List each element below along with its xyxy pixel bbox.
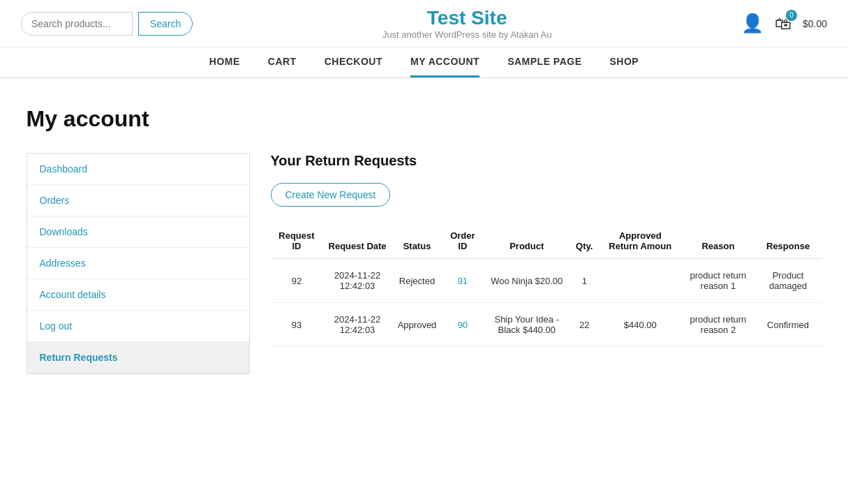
cell-approved-amount (598, 259, 682, 303)
sidebar: Dashboard Orders Downloads Addresses Acc… (27, 153, 250, 374)
cell-approved-amount: $440.00 (598, 303, 682, 347)
cell-response: Product damaged (754, 259, 822, 303)
sidebar-item-orders[interactable]: Orders (27, 185, 249, 216)
cell-order-id: 90 (442, 303, 483, 347)
site-subtitle: Just another WordPress site by Atakan Au (193, 29, 741, 40)
header-icons: 👤 🛍 0 $0.00 (741, 13, 827, 34)
nav-shop[interactable]: SHOP (610, 56, 639, 77)
cell-status: Rejected (392, 259, 442, 303)
create-new-request-button[interactable]: Create New Request (271, 183, 391, 207)
main-nav: HOME CART CHECKOUT MY ACCOUNT SAMPLE PAG… (0, 47, 848, 78)
page-content: My account Dashboard Orders Downloads Ad… (13, 78, 836, 402)
nav-my-account[interactable]: MY ACCOUNT (410, 56, 479, 77)
cell-reason: product return reason 1 (682, 259, 754, 303)
main-content: Your Return Requests Create New Request … (271, 153, 822, 347)
col-header-approved-amount: Approved Return Amoun (598, 223, 682, 259)
col-header-response: Response (754, 223, 822, 259)
account-layout: Dashboard Orders Downloads Addresses Acc… (27, 153, 822, 374)
cart-icon-wrap[interactable]: 🛍 0 (775, 14, 791, 34)
col-header-product: Product (483, 223, 570, 259)
col-header-qty: Qty. (570, 223, 598, 259)
section-title: Your Return Requests (271, 153, 822, 169)
search-button[interactable]: Search (138, 12, 193, 36)
sidebar-item-dashboard[interactable]: Dashboard (27, 154, 249, 185)
nav-home[interactable]: HOME (209, 56, 240, 77)
col-header-reason: Reason (682, 223, 754, 259)
cart-price: $0.00 (803, 18, 827, 29)
site-title: Test Site (193, 7, 741, 29)
cell-qty: 22 (570, 303, 598, 347)
nav-cart[interactable]: CART (268, 56, 297, 77)
sidebar-item-return-requests[interactable]: Return Requests (27, 342, 249, 373)
cell-response: Confirmed (754, 303, 822, 347)
col-header-request-date: Request Date (322, 223, 392, 259)
order-id-link[interactable]: 90 (458, 320, 468, 330)
table-row: 93 2024-11-22 12:42:03 Approved 90 Ship … (271, 303, 822, 347)
table-row: 92 2024-11-22 12:42:03 Rejected 91 Woo N… (271, 259, 822, 303)
cell-request-id: 93 (271, 303, 323, 347)
cell-request-id: 92 (271, 259, 323, 303)
col-header-status: Status (392, 223, 442, 259)
nav-sample-page[interactable]: SAMPLE PAGE (507, 56, 581, 77)
table-header-row: Request ID Request Date Status Order ID … (271, 223, 822, 259)
sidebar-item-account-details[interactable]: Account details (27, 279, 249, 311)
user-icon[interactable]: 👤 (741, 13, 764, 34)
cell-request-date: 2024-11-22 12:42:03 (322, 303, 392, 347)
header: Search Test Site Just another WordPress … (0, 0, 848, 47)
cell-reason: product return reason 2 (682, 303, 754, 347)
order-id-link[interactable]: 91 (458, 276, 468, 286)
page-title: My account (27, 106, 822, 132)
col-header-order-id: Order ID (442, 223, 483, 259)
cell-qty: 1 (570, 259, 598, 303)
nav-checkout[interactable]: CHECKOUT (325, 56, 382, 77)
cell-request-date: 2024-11-22 12:42:03 (322, 259, 392, 303)
site-title-section: Test Site Just another WordPress site by… (193, 7, 741, 40)
search-section: Search (21, 12, 193, 36)
col-header-request-id: Request ID (271, 223, 323, 259)
cell-product: Ship Your Idea - Black $440.00 (483, 303, 570, 347)
cell-order-id: 91 (442, 259, 483, 303)
sidebar-item-addresses[interactable]: Addresses (27, 248, 249, 279)
sidebar-item-log-out[interactable]: Log out (27, 311, 249, 342)
sidebar-item-downloads[interactable]: Downloads (27, 216, 249, 248)
cart-badge: 0 (786, 10, 797, 21)
cell-product: Woo Ninja $20.00 (483, 259, 570, 303)
return-requests-table: Request ID Request Date Status Order ID … (271, 223, 822, 347)
search-input[interactable] (21, 12, 133, 36)
cell-status: Approved (392, 303, 442, 347)
